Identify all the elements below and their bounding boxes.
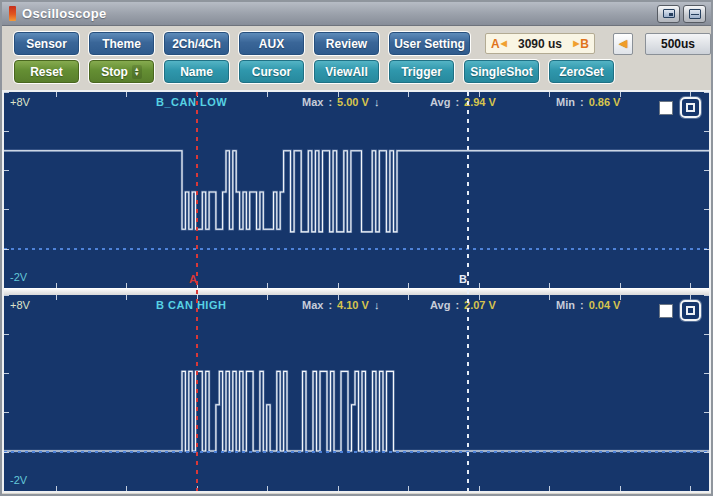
channel-1-min-readout: Min:0.86 V — [556, 96, 620, 108]
channel-1-waveform — [4, 92, 709, 288]
channel-mode-button-label: 2Ch/4Ch — [172, 37, 221, 51]
channel-1-panel: +8V -2V B_CAN LOW Max:5.00 V↓ Avg:2.94 V… — [4, 92, 709, 288]
viewall-button-label: ViewAll — [325, 65, 367, 79]
channel-1-right-ticks — [704, 92, 709, 288]
cursor-a-left-arrow-icon[interactable]: ◀ — [500, 39, 508, 48]
channel-2-name: B CAN HIGH — [156, 299, 226, 311]
colon: : — [328, 299, 332, 311]
colon: : — [580, 299, 584, 311]
reset-button-label: Reset — [30, 65, 63, 79]
channel-2-avg-readout: Avg:2.07 V — [430, 299, 496, 311]
channel-1-bottom-voltage-label: -2V — [10, 271, 27, 283]
colon: : — [455, 299, 459, 311]
max-marker-icon: ↓ — [374, 96, 380, 108]
split-window-icon — [689, 9, 701, 19]
toolbar-row-1: Sensor Theme 2Ch/4Ch AUX Review User Set… — [14, 32, 713, 55]
min-value: 0.86 V — [589, 96, 621, 108]
channel-2-left-ticks — [4, 295, 9, 491]
avg-label: Avg — [430, 299, 450, 311]
review-button-label: Review — [326, 37, 367, 51]
cursor-b-letter: B — [580, 37, 589, 51]
max-value: 4.10 V — [337, 299, 369, 311]
toolbar-row-2: Reset Stop ▲▼ Name Cursor ViewAll Trigge… — [14, 60, 614, 83]
timebase-decrease-button[interactable]: ◀ — [613, 33, 633, 55]
ab-cursor-readout: A ◀ 3090 us ▶ B — [485, 33, 595, 54]
window-title: Oscilloscope — [22, 6, 654, 21]
aux-button[interactable]: AUX — [239, 32, 304, 55]
ab-delta-value: 3090 us — [508, 37, 572, 51]
spinner-arrows-icon: ▲▼ — [132, 65, 142, 79]
user-setting-button-label: User Setting — [394, 37, 465, 51]
channel-2-min-readout: Min:0.04 V — [556, 299, 620, 311]
title-bar: Oscilloscope — [2, 2, 711, 26]
colon: : — [455, 96, 459, 108]
channel-mode-button[interactable]: 2Ch/4Ch — [164, 32, 229, 55]
colon: : — [328, 96, 332, 108]
theme-button-label: Theme — [102, 37, 141, 51]
singleshot-button[interactable]: SingleShot — [464, 60, 539, 83]
channel-2-right-ticks — [704, 295, 709, 491]
max-label: Max — [302, 299, 323, 311]
channel-1-bottom-ticks — [4, 283, 709, 288]
sensor-button-label: Sensor — [26, 37, 67, 51]
measurement-cursor-a[interactable] — [196, 92, 198, 491]
max-value: 5.00 V — [337, 96, 369, 108]
left-triangle-icon: ◀ — [619, 37, 627, 50]
channel-2-top-voltage-label: +8V — [10, 299, 30, 311]
window-layout-button[interactable] — [683, 5, 706, 23]
window-restore-button[interactable] — [657, 5, 680, 23]
zeroset-button-label: ZeroSet — [559, 65, 604, 79]
min-label: Min — [556, 299, 575, 311]
timebase-value: 500us — [645, 33, 711, 55]
user-setting-button[interactable]: User Setting — [389, 32, 470, 55]
trigger-button[interactable]: Trigger — [389, 60, 454, 83]
expand-icon — [686, 306, 695, 315]
channel-1-max-readout: Max:5.00 V↓ — [302, 96, 379, 108]
channel-1-top-voltage-label: +8V — [10, 96, 30, 108]
channel-2-expand-button[interactable] — [680, 300, 701, 321]
channel-2-panel: +8V -2V B CAN HIGH Max:4.10 V↓ Avg:2.07 … — [4, 295, 709, 491]
singleshot-button-label: SingleShot — [470, 65, 533, 79]
expand-icon — [686, 103, 695, 112]
name-button[interactable]: Name — [164, 60, 229, 83]
min-value: 0.04 V — [589, 299, 621, 311]
name-button-label: Name — [180, 65, 213, 79]
stop-button-label: Stop — [101, 65, 128, 79]
channel-1-expand-button[interactable] — [680, 97, 701, 118]
channel-2-max-readout: Max:4.10 V↓ — [302, 299, 379, 311]
max-label: Max — [302, 96, 323, 108]
channel-2-zero-line — [4, 451, 709, 453]
toolbar: Sensor Theme 2Ch/4Ch AUX Review User Set… — [2, 26, 711, 90]
panel-separator — [4, 288, 709, 295]
cursor-a-tag: A — [189, 273, 197, 285]
channel-2-visibility-checkbox[interactable] — [659, 304, 673, 318]
colon: : — [580, 96, 584, 108]
measurement-cursor-b[interactable] — [467, 92, 469, 491]
cursor-button[interactable]: Cursor — [239, 60, 304, 83]
min-label: Min — [556, 96, 575, 108]
reset-button[interactable]: Reset — [14, 60, 79, 83]
cursor-a-letter: A — [491, 37, 500, 51]
theme-button[interactable]: Theme — [89, 32, 154, 55]
cursor-b-tag: B — [459, 273, 467, 285]
channel-1-zero-line — [4, 248, 709, 250]
oscilloscope-window: Oscilloscope Sensor Theme 2Ch/4Ch AUX Re… — [0, 0, 713, 496]
channel-1-left-ticks — [4, 92, 9, 288]
channel-2-bottom-voltage-label: -2V — [10, 474, 27, 486]
aux-button-label: AUX — [259, 37, 284, 51]
channel-1-avg-readout: Avg:2.94 V — [430, 96, 496, 108]
run-stop-button[interactable]: Stop ▲▼ — [89, 60, 154, 83]
zeroset-button[interactable]: ZeroSet — [549, 60, 614, 83]
trigger-button-label: Trigger — [401, 65, 442, 79]
cursor-button-label: Cursor — [252, 65, 291, 79]
viewall-button[interactable]: ViewAll — [314, 60, 379, 83]
scope-display: +8V -2V B_CAN LOW Max:5.00 V↓ Avg:2.94 V… — [2, 90, 711, 493]
cursor-b-right-arrow-icon[interactable]: ▶ — [572, 39, 580, 48]
review-button[interactable]: Review — [314, 32, 379, 55]
channel-1-visibility-checkbox[interactable] — [659, 101, 673, 115]
max-marker-icon: ↓ — [374, 299, 380, 311]
restore-icon — [663, 9, 675, 18]
avg-label: Avg — [430, 96, 450, 108]
app-icon — [9, 6, 16, 21]
sensor-button[interactable]: Sensor — [14, 32, 79, 55]
